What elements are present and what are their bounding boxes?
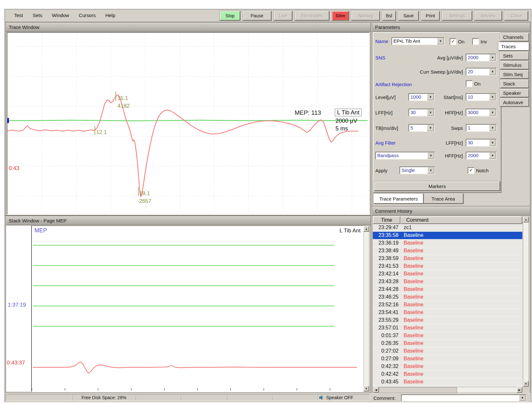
marker3-latency-label[interactable]: 18.1 — [139, 190, 150, 197]
comment-row[interactable]: 0:01:37Baseline — [373, 332, 522, 340]
apply-select[interactable]: Single ▼ — [399, 166, 435, 174]
inv-checkbox[interactable]: ✓ — [472, 38, 479, 45]
tab-stimulus[interactable]: Stimulus — [500, 61, 529, 69]
comment-row[interactable]: 23:38:49Baseline — [373, 247, 522, 255]
comment-row[interactable]: 23:38:59Baseline — [373, 255, 522, 263]
trace-plot[interactable]: 0:43 12.1 15.1 4182 18.1 -2657 MEP: 113 … — [7, 32, 370, 215]
comment-row[interactable]: 0:27:02Baseline — [373, 347, 522, 355]
avg-per-div-select[interactable]: 2000 ▼ — [466, 54, 497, 61]
scroll-up-icon[interactable]: ▲ — [363, 226, 369, 232]
comment-row[interactable]: 23:29:47zc1 — [373, 224, 522, 232]
curr-sweep-select[interactable]: 20 ▼ — [466, 68, 497, 76]
save-button[interactable]: Save — [398, 11, 419, 21]
scroll-up-icon[interactable]: ▲ — [523, 217, 529, 222]
stack-window-titlebar[interactable]: Stack Window - Page MEP — [6, 216, 371, 225]
avg-filter-type-select[interactable]: Bandpass ▼ — [375, 152, 435, 159]
tab-traces[interactable]: Traces — [498, 42, 529, 51]
dropdown-arrow-icon[interactable]: ▼ — [489, 152, 496, 159]
comment-row[interactable]: 23:54:41Baseline — [373, 309, 522, 317]
stack-plot[interactable]: MEP L Tib Ant — [32, 226, 363, 392]
markers-button[interactable]: Markers — [374, 181, 500, 191]
dropdown-arrow-icon[interactable]: ▼ — [489, 109, 496, 116]
on-checkbox[interactable]: ✓ — [450, 38, 456, 45]
time-column-header[interactable]: Time — [373, 216, 400, 224]
comment-row[interactable]: 23:42:14Baseline — [373, 270, 522, 278]
tab-autosave[interactable]: Autosave — [500, 98, 529, 107]
scrollbar-thumb[interactable] — [379, 387, 457, 393]
menu-test[interactable]: Test — [9, 9, 28, 18]
stim-button[interactable]: Stim — [332, 11, 349, 21]
tab-trace-area[interactable]: Trace Area — [423, 193, 463, 204]
speaker-status[interactable]: Speaker OFF — [317, 394, 370, 401]
marker1-latency-label[interactable]: 12.1 — [96, 129, 107, 136]
comment-row[interactable]: 23:55:29Baseline — [373, 317, 522, 324]
timebase-select[interactable]: 5 ▼ — [408, 124, 435, 132]
comment-row[interactable]: 23:36:19Baseline — [373, 239, 522, 247]
dropdown-arrow-icon[interactable]: ▼ — [519, 395, 526, 401]
dropdown-arrow-icon[interactable]: ▼ — [427, 94, 434, 100]
dropdown-arrow-icon[interactable]: ▼ — [427, 167, 434, 174]
tab-stack[interactable]: Stack — [500, 79, 529, 88]
comment-history-titlebar[interactable]: Comment History — [372, 206, 530, 216]
notch-checkbox[interactable]: ✓ — [468, 167, 474, 174]
dropdown-arrow-icon[interactable]: ▼ — [489, 125, 496, 131]
avg-filter-lff-select[interactable]: 30 ▼ — [466, 139, 497, 147]
dropdown-arrow-icon[interactable]: ▼ — [489, 68, 496, 75]
marker2-latency-label[interactable]: 15.1 — [117, 95, 128, 102]
comment-row[interactable]: 23:46:25Baseline — [373, 293, 522, 301]
stack-waveforms-svg — [32, 226, 362, 391]
menu-cursors[interactable]: Cursors — [74, 9, 101, 18]
scroll-down-icon[interactable]: ▼ — [523, 381, 529, 387]
bsl-button[interactable]: Bsl — [382, 11, 396, 21]
tab-trace-parameters[interactable]: Trace Parameters — [373, 193, 424, 204]
parameters-titlebar[interactable]: Parameters — [372, 22, 530, 32]
dropdown-arrow-icon[interactable]: ▼ — [489, 139, 496, 146]
comment-row[interactable]: 0:43:45Baseline — [373, 378, 522, 386]
dropdown-arrow-icon[interactable]: ▼ — [489, 54, 496, 61]
menu-window[interactable]: Window — [47, 9, 74, 18]
lff-select[interactable]: 30 ▼ — [408, 109, 435, 116]
comment-row[interactable]: 23:52:16Baseline — [373, 301, 522, 309]
comment-row[interactable]: 0:42:32Baseline — [373, 363, 522, 371]
trace-window-titlebar[interactable]: Trace Window — [6, 22, 371, 32]
start-select[interactable]: 10 ▼ — [466, 93, 497, 101]
stop-button[interactable]: Stop — [220, 11, 240, 21]
comment-input[interactable]: ▼ — [401, 394, 527, 401]
comment-column-header[interactable]: Comment — [400, 216, 522, 224]
dropdown-arrow-icon[interactable]: ▼ — [427, 152, 434, 159]
comment-row[interactable]: 23:44:28Baseline — [373, 286, 522, 293]
comment-vertical-scrollbar[interactable]: ▲ ▼ — [523, 216, 529, 387]
comment-row[interactable]: 23:43:28Baseline — [373, 278, 522, 286]
print-button[interactable]: Print — [421, 11, 440, 21]
pause-button[interactable]: Pause — [243, 11, 271, 21]
menu-sets[interactable]: Sets — [28, 9, 47, 18]
tab-stim-seq[interactable]: Stim.Seq — [500, 70, 529, 79]
comment-row[interactable]: 23:41:53Baseline — [373, 263, 522, 270]
scroll-down-icon[interactable]: ▼ — [363, 386, 369, 391]
tab-channels[interactable]: Channels — [500, 33, 529, 41]
comment-row-time: 23:35:58 — [373, 232, 399, 239]
comment-row[interactable]: 23:57:01Baseline — [373, 324, 522, 332]
menu-help[interactable]: Help — [100, 9, 120, 18]
hff-select[interactable]: 3000 ▼ — [466, 109, 497, 116]
channel-name-box[interactable]: L Tib Ant — [335, 109, 362, 116]
comment-row[interactable]: 0:26:35Baseline — [373, 340, 522, 347]
scroll-left-icon[interactable]: ◀ — [373, 387, 379, 393]
dropdown-arrow-icon[interactable]: ▼ — [427, 109, 434, 116]
comment-row[interactable]: 0:27:09Baseline — [373, 355, 522, 363]
sweeps-select[interactable]: 1 ▼ — [466, 124, 497, 132]
comment-horizontal-scrollbar[interactable]: ◀ ▶ — [373, 387, 522, 393]
tab-sets[interactable]: Sets — [500, 51, 529, 60]
tab-speaker[interactable]: Speaker — [500, 89, 529, 97]
channel-name-select[interactable]: EP•L Tib Ant ▼ — [391, 37, 445, 45]
comment-row[interactable]: 0:42:42Baseline — [373, 371, 522, 378]
stack-scrollbar[interactable]: ▲ ▼ — [363, 226, 369, 391]
artifact-on-checkbox[interactable]: ✓ — [466, 80, 472, 87]
scroll-right-icon[interactable]: ▶ — [517, 387, 522, 393]
level-select[interactable]: 1000 ▼ — [408, 93, 435, 101]
comment-row[interactable]: 23:35:58Baseline — [373, 232, 522, 239]
dropdown-arrow-icon[interactable]: ▼ — [427, 125, 434, 131]
dropdown-arrow-icon[interactable]: ▼ — [437, 38, 444, 44]
dropdown-arrow-icon[interactable]: ▼ — [489, 94, 496, 100]
avg-filter-hff-select[interactable]: 2000 ▼ — [466, 152, 497, 159]
